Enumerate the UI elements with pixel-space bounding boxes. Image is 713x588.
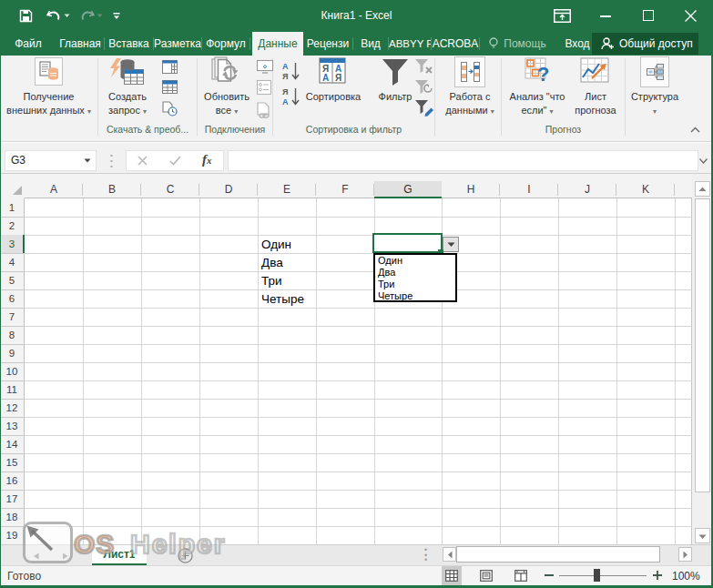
svg-text:?: ? <box>537 63 549 86</box>
svg-text:А: А <box>282 97 289 106</box>
svg-text:А: А <box>322 73 329 83</box>
svg-text:Я: Я <box>335 73 341 83</box>
svg-text:Я: Я <box>282 72 288 81</box>
svg-text:А: А <box>282 62 289 71</box>
svg-text:Я: Я <box>282 87 288 96</box>
